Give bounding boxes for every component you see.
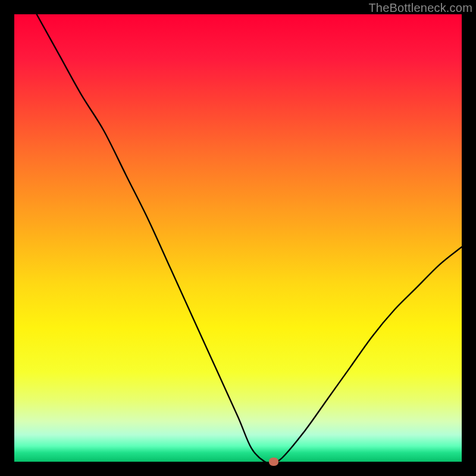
bottleneck-curve bbox=[14, 14, 462, 462]
watermark-label: TheBottleneck.com bbox=[368, 1, 472, 15]
optimal-point-marker bbox=[269, 458, 278, 466]
chart-plot-area bbox=[14, 14, 462, 462]
curve-path bbox=[37, 14, 462, 462]
chart-frame: TheBottleneck.com bbox=[0, 0, 476, 476]
